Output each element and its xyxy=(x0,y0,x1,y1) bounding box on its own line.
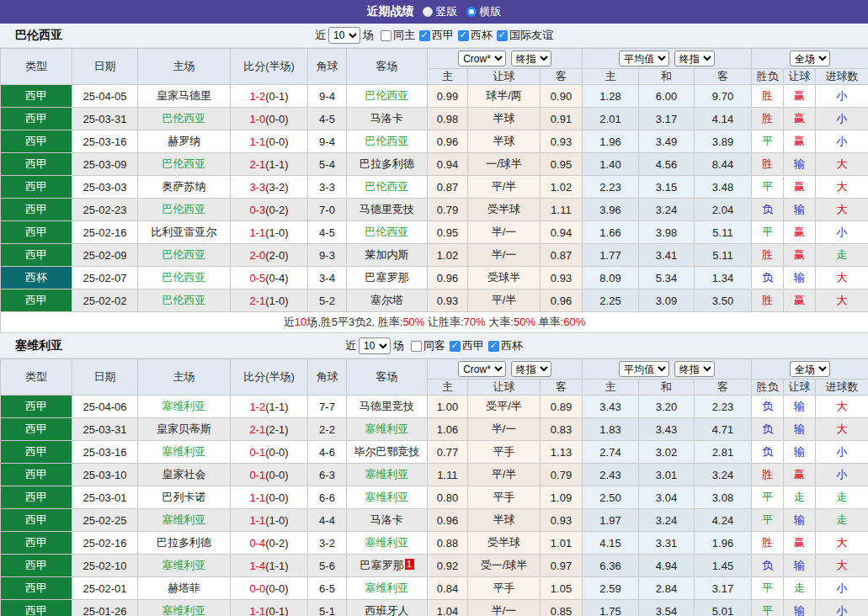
filter-checkbox-西甲[interactable]: 西甲 xyxy=(450,338,484,353)
home-team-cell[interactable]: 巴伦西亚 xyxy=(138,289,231,312)
home-team-name[interactable]: 巴伦西亚 xyxy=(162,203,206,215)
home-team-cell[interactable]: 皇家贝蒂斯 xyxy=(138,418,231,441)
home-team-name[interactable]: 巴列卡诺 xyxy=(162,491,206,503)
avg-final-select[interactable]: 终指 xyxy=(674,50,715,66)
home-team-cell[interactable]: 赫塔菲 xyxy=(138,577,231,600)
away-team-cell[interactable]: 塞维利亚 xyxy=(347,486,428,509)
avg-source-select[interactable]: 平均值 xyxy=(619,50,669,66)
avg-source-select[interactable]: 平均值 xyxy=(619,361,669,377)
checkbox-icon[interactable] xyxy=(450,341,461,352)
home-team-cell[interactable]: 塞维利亚 xyxy=(138,600,231,616)
away-team-cell[interactable]: 巴伦西亚 xyxy=(347,130,428,153)
home-team-name[interactable]: 巴伦西亚 xyxy=(162,112,206,125)
home-team-name[interactable]: 巴伦西亚 xyxy=(162,157,206,170)
away-team-cell[interactable]: 毕尔巴鄂竞技 xyxy=(347,441,428,464)
filter-checkbox-国际友谊[interactable]: 国际友谊 xyxy=(497,28,553,43)
home-team-name[interactable]: 赫罗纳 xyxy=(168,135,200,147)
away-team-cell[interactable]: 西班牙人 xyxy=(347,600,428,616)
odds-company-select[interactable]: Crow* xyxy=(458,361,506,377)
away-team-name[interactable]: 西班牙人 xyxy=(365,604,409,616)
home-team-name[interactable]: 巴拉多利德 xyxy=(157,536,211,549)
away-team-cell[interactable]: 马德里竞技 xyxy=(347,199,428,221)
home-team-name[interactable]: 巴伦西亚 xyxy=(162,294,206,306)
away-team-cell[interactable]: 马洛卡 xyxy=(347,509,428,532)
home-team-name[interactable]: 皇家社会 xyxy=(162,468,206,481)
away-team-name[interactable]: 塞维利亚 xyxy=(365,491,409,503)
home-team-name[interactable]: 皇家贝蒂斯 xyxy=(157,422,211,435)
checkbox-icon[interactable] xyxy=(488,341,499,352)
away-team-name[interactable]: 巴伦西亚 xyxy=(365,180,409,193)
away-team-cell[interactable]: 塞维利亚 xyxy=(347,418,428,441)
home-team-name[interactable]: 巴伦西亚 xyxy=(162,248,206,261)
away-team-name[interactable]: 毕尔巴鄂竞技 xyxy=(354,445,420,458)
home-team-cell[interactable]: 巴拉多利德 xyxy=(138,532,231,555)
home-team-name[interactable]: 皇家马德里 xyxy=(157,89,211,102)
home-team-cell[interactable]: 塞维利亚 xyxy=(138,396,231,418)
home-team-name[interactable]: 比利亚雷亚尔 xyxy=(152,226,217,238)
home-team-name[interactable]: 塞维利亚 xyxy=(162,400,206,412)
checkbox-icon[interactable] xyxy=(497,30,508,41)
home-team-cell[interactable]: 巴伦西亚 xyxy=(138,199,231,221)
filter-checkbox-西杯[interactable]: 西杯 xyxy=(488,338,523,353)
layout-radio-horizontal[interactable]: 横版 xyxy=(466,4,502,19)
match-count-select[interactable]: 10 xyxy=(359,337,391,354)
away-team-name[interactable]: 马德里竞技 xyxy=(359,400,414,412)
radio-icon[interactable] xyxy=(466,7,477,17)
away-team-cell[interactable]: 巴拉多利德 xyxy=(347,153,428,176)
away-team-cell[interactable]: 莱加内斯 xyxy=(347,244,428,267)
home-team-cell[interactable]: 赫罗纳 xyxy=(138,130,231,153)
away-team-name[interactable]: 塞维利亚 xyxy=(365,581,409,594)
home-team-cell[interactable]: 巴伦西亚 xyxy=(138,108,231,130)
home-team-cell[interactable]: 塞维利亚 xyxy=(138,509,231,532)
home-team-name[interactable]: 赫塔菲 xyxy=(168,581,200,594)
checkbox-icon[interactable] xyxy=(419,30,430,41)
checkbox-icon[interactable] xyxy=(381,30,391,41)
odds-final-select[interactable]: 终指 xyxy=(511,50,551,66)
home-team-cell[interactable]: 皇家社会 xyxy=(138,464,231,486)
home-team-cell[interactable]: 巴伦西亚 xyxy=(138,153,231,176)
away-team-name[interactable]: 马德里竞技 xyxy=(359,203,414,215)
odds-company-select[interactable]: Crow* xyxy=(458,50,506,66)
filter-checkbox-西甲[interactable]: 西甲 xyxy=(419,28,454,43)
away-team-cell[interactable]: 塞尔塔 xyxy=(347,289,428,312)
home-team-name[interactable]: 奥萨苏纳 xyxy=(162,180,206,193)
home-team-name[interactable]: 塞维利亚 xyxy=(162,559,206,571)
home-team-cell[interactable]: 巴列卡诺 xyxy=(138,486,231,509)
home-team-name[interactable]: 巴伦西亚 xyxy=(162,271,206,284)
home-team-name[interactable]: 塞维利亚 xyxy=(162,513,206,526)
away-team-name[interactable]: 巴伦西亚 xyxy=(365,135,409,147)
away-team-cell[interactable]: 塞维利亚 xyxy=(347,577,428,600)
away-team-cell[interactable]: 马洛卡 xyxy=(347,108,428,130)
home-team-cell[interactable]: 巴伦西亚 xyxy=(138,244,231,267)
away-team-name[interactable]: 塞维利亚 xyxy=(365,468,409,481)
away-team-cell[interactable]: 巴塞罗那1 xyxy=(347,555,428,577)
away-team-name[interactable]: 塞尔塔 xyxy=(370,294,403,306)
away-team-cell[interactable]: 巴伦西亚 xyxy=(347,85,428,108)
away-team-name[interactable]: 巴伦西亚 xyxy=(365,89,409,102)
away-team-cell[interactable]: 巴塞罗那 xyxy=(347,267,428,289)
away-team-cell[interactable]: 巴伦西亚 xyxy=(347,221,428,244)
checkbox-icon[interactable] xyxy=(411,341,422,352)
home-team-name[interactable]: 塞维利亚 xyxy=(162,604,206,616)
away-team-cell[interactable]: 塞维利亚 xyxy=(347,532,428,555)
odds-final-select[interactable]: 终指 xyxy=(511,361,551,377)
home-team-cell[interactable]: 奥萨苏纳 xyxy=(138,176,231,199)
away-team-cell[interactable]: 塞维利亚 xyxy=(347,464,428,486)
away-team-name[interactable]: 马洛卡 xyxy=(370,513,403,526)
avg-final-select[interactable]: 终指 xyxy=(674,361,715,377)
away-team-name[interactable]: 塞维利亚 xyxy=(365,536,409,549)
filter-checkbox-同主[interactable]: 同主 xyxy=(381,28,415,43)
radio-icon[interactable] xyxy=(423,7,433,17)
home-team-name[interactable]: 塞维利亚 xyxy=(162,445,206,458)
away-team-name[interactable]: 巴伦西亚 xyxy=(365,226,409,238)
home-team-cell[interactable]: 比利亚雷亚尔 xyxy=(138,221,231,244)
home-team-cell[interactable]: 塞维利亚 xyxy=(138,441,231,464)
away-team-name[interactable]: 马洛卡 xyxy=(370,112,403,125)
filter-checkbox-同客[interactable]: 同客 xyxy=(411,338,445,353)
checkbox-icon[interactable] xyxy=(458,30,469,41)
away-team-name[interactable]: 巴拉多利德 xyxy=(359,157,414,170)
away-team-name[interactable]: 巴塞罗那 xyxy=(360,559,404,571)
layout-radio-vertical[interactable]: 竖版 xyxy=(423,4,458,19)
scope-select[interactable]: 全场 xyxy=(790,50,830,66)
away-team-cell[interactable]: 巴伦西亚 xyxy=(347,176,428,199)
